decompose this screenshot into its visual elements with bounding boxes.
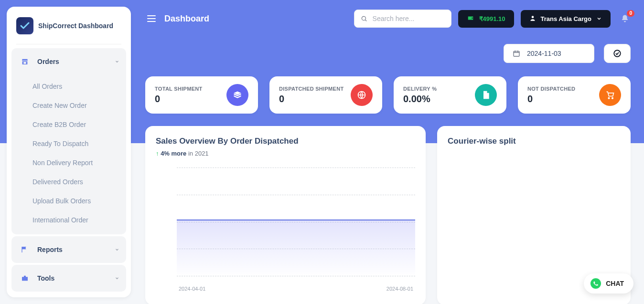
sales-delta-pct: 4% more — [161, 150, 186, 157]
chart-series-area — [177, 220, 415, 277]
svg-point-0 — [362, 16, 365, 20]
cart-icon — [599, 84, 621, 106]
arrow-up-icon: ↑ — [156, 150, 159, 157]
nav-group-tools: Tools — [11, 265, 126, 292]
sales-delta: ↑ 4% more in 2021 — [156, 150, 415, 157]
sidebar: ShipCorrect Dashboard Orders All Orders … — [7, 7, 131, 297]
stat-title: NOT DISPATCHED — [527, 86, 575, 92]
svg-point-6 — [612, 97, 613, 99]
sidebar-item-all-orders[interactable]: All Orders — [11, 77, 126, 96]
nav-label-orders: Orders — [37, 58, 109, 65]
stat-card-dispatched-shipment: DISPATCHED SHIPMENT 0 — [269, 76, 382, 114]
notifications-button[interactable]: 0 — [619, 13, 631, 24]
apply-filter-button[interactable] — [604, 44, 631, 63]
stat-card-not-dispatched: NOT DISPATCHED 0 — [518, 76, 631, 114]
filter-row: 2024-11-03 — [145, 44, 631, 63]
page-title: Dashboard — [164, 14, 209, 24]
sales-card-title: Sales Overview By Order Dispatched — [156, 136, 415, 146]
svg-rect-2 — [514, 51, 519, 56]
stats-row: TOTAL SHIPMENT 0 DISPATCHED SHIPMENT 0 D… — [145, 76, 631, 114]
document-icon — [475, 84, 497, 106]
courier-card-title: Courier-wise split — [448, 136, 620, 146]
stat-value: 0 — [279, 94, 343, 105]
shop-icon — [18, 55, 32, 68]
sidebar-divider — [16, 44, 121, 44]
main-content: Dashboard ₹4991.10 Trans Asia Cargo 0 — [139, 0, 644, 304]
sales-chart: 2024-04-01 2024-08-01 — [156, 168, 415, 292]
user-icon — [529, 15, 536, 23]
wallet-icon — [467, 15, 474, 23]
nav-group-orders: Orders All Orders Create New Order Creat… — [11, 48, 126, 234]
sidebar-item-delivered-orders[interactable]: Delivered Orders — [11, 172, 126, 191]
stat-value: 0.00% — [403, 94, 437, 105]
calendar-icon — [513, 50, 520, 57]
search-input[interactable] — [354, 10, 451, 28]
sidebar-item-international-order[interactable]: International Order — [11, 210, 126, 230]
sales-overview-card: Sales Overview By Order Dispatched ↑ 4% … — [145, 126, 426, 304]
date-picker[interactable]: 2024-11-03 — [504, 44, 594, 63]
chevron-down-icon — [115, 59, 119, 64]
x-tick-end: 2024-08-01 — [386, 286, 413, 292]
notifications-badge: 0 — [627, 10, 634, 17]
search-wrap — [354, 10, 451, 28]
sidebar-item-create-b2b-order[interactable]: Create B2B Order — [11, 115, 126, 134]
sidebar-item-ready-to-dispatch[interactable]: Ready To Dispatch — [11, 134, 126, 153]
stat-card-delivery-pct: DELIVERY % 0.00% — [394, 76, 506, 114]
x-tick-start: 2024-04-01 — [179, 286, 205, 292]
nav-group-head-reports[interactable]: Reports — [11, 236, 126, 263]
layers-icon — [226, 84, 248, 106]
toolbox-icon — [18, 272, 32, 285]
whatsapp-icon — [590, 278, 601, 289]
sidebar-item-create-new-order[interactable]: Create New Order — [11, 96, 126, 115]
stat-title: DISPATCHED SHIPMENT — [279, 86, 343, 92]
svg-point-7 — [590, 278, 601, 289]
stat-title: TOTAL SHIPMENT — [155, 86, 203, 92]
stat-title: DELIVERY % — [403, 86, 437, 92]
topbar: Dashboard ₹4991.10 Trans Asia Cargo 0 — [145, 10, 631, 28]
company-dropdown[interactable]: Trans Asia Cargo — [521, 10, 611, 28]
chart-x-labels: 2024-04-01 2024-08-01 — [177, 286, 415, 292]
chevron-down-icon — [115, 276, 119, 281]
sidebar-item-non-delivery-report[interactable]: Non Delivery Report — [11, 153, 126, 172]
nav-group-reports: Reports — [11, 236, 126, 263]
logo-row[interactable]: ShipCorrect Dashboard — [7, 7, 131, 40]
chart-fill — [177, 220, 415, 277]
svg-point-5 — [608, 97, 610, 99]
sales-delta-suffix: in 2021 — [186, 150, 208, 157]
content-row: Sales Overview By Order Dispatched ↑ 4% … — [145, 126, 631, 304]
chevron-down-icon — [115, 247, 119, 252]
wallet-amount: ₹4991.10 — [479, 15, 505, 22]
app-logo-icon — [16, 17, 33, 34]
company-name: Trans Asia Cargo — [541, 15, 591, 22]
svg-point-1 — [531, 16, 534, 18]
globe-icon — [351, 84, 373, 106]
stat-value: 0 — [155, 94, 203, 105]
stat-card-total-shipment: TOTAL SHIPMENT 0 — [145, 76, 258, 114]
sidebar-item-upload-bulk-orders[interactable]: Upload Bulk Orders — [11, 191, 126, 210]
nav-label-tools: Tools — [37, 274, 109, 282]
check-circle-icon — [613, 49, 622, 58]
date-value: 2024-11-03 — [527, 50, 561, 57]
nav-group-head-orders[interactable]: Orders — [11, 48, 126, 75]
app-name: ShipCorrect Dashboard — [38, 22, 113, 30]
search-icon — [361, 15, 367, 22]
chat-button[interactable]: CHAT — [584, 273, 633, 294]
nav-label-reports: Reports — [37, 246, 109, 253]
chat-label: CHAT — [606, 280, 624, 287]
stat-value: 0 — [527, 94, 575, 105]
chevron-down-icon — [596, 16, 602, 21]
nav-sub-orders: All Orders Create New Order Create B2B O… — [11, 75, 126, 234]
sidebar-scroll[interactable]: ShipCorrect Dashboard Orders All Orders … — [7, 7, 131, 297]
flag-icon — [18, 243, 32, 256]
wallet-button[interactable]: ₹4991.10 — [458, 10, 514, 28]
menu-toggle-icon[interactable] — [145, 13, 158, 24]
nav-group-head-tools[interactable]: Tools — [11, 265, 126, 292]
